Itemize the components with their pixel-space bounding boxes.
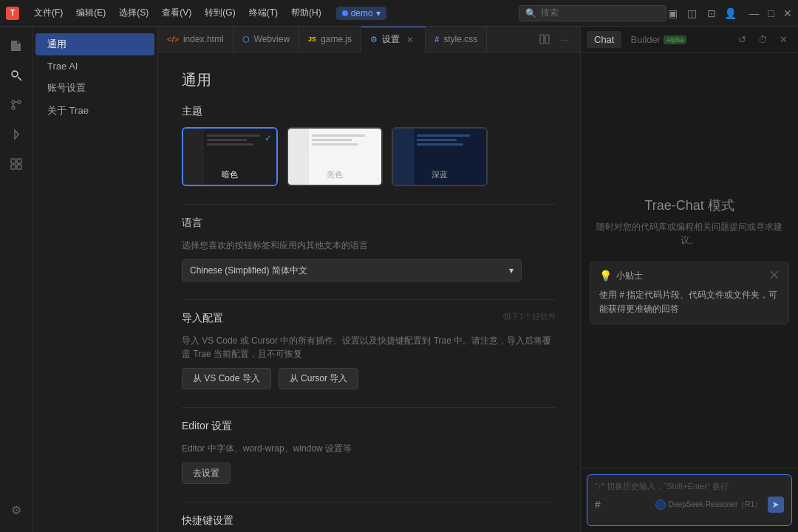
menu-select[interactable]: 选择(S): [113, 5, 154, 21]
svg-point-0: [12, 71, 18, 77]
language-description: 选择您喜欢的按钮标签和应用内其他文本的语言: [182, 239, 556, 252]
maximize-button[interactable]: □: [768, 7, 774, 19]
svg-rect-9: [540, 35, 544, 44]
activity-debug[interactable]: [3, 121, 30, 148]
language-label: 语言: [182, 216, 556, 230]
chat-mode-title: Trae-Chat 模式: [644, 197, 734, 214]
send-button[interactable]: [768, 497, 784, 513]
chat-tab-builder[interactable]: Builder Alpha: [624, 31, 692, 48]
menu-help[interactable]: 帮助(H): [285, 5, 327, 21]
menu-edit[interactable]: 编辑(E): [70, 5, 112, 21]
menu-goto[interactable]: 转到(G): [199, 5, 241, 21]
activity-files[interactable]: [3, 33, 30, 59]
activity-search[interactable]: [3, 62, 30, 89]
sidebar-item-trae-ai-label: Trae AI: [47, 61, 78, 72]
svg-rect-10: [545, 35, 549, 44]
minimize-button[interactable]: —: [749, 7, 760, 19]
tab-webview-label: Webview: [254, 34, 290, 44]
theme-line: [417, 134, 470, 137]
menu-terminal[interactable]: 终端(T): [243, 5, 284, 21]
tab-style-css-icon: #: [434, 35, 439, 44]
chat-mode-subtitle-text: 模式: [708, 198, 734, 213]
theme-line: [312, 139, 352, 141]
tab-style-css-label: style.css: [443, 34, 477, 44]
tab-game-js-label: game.js: [321, 34, 352, 44]
tip-text: 使用 # 指定代码片段、代码文件或文件夹，可能获得更准确的回答: [599, 288, 780, 316]
tab-index-html[interactable]: </> index.html: [158, 27, 233, 52]
sidebar-item-general-label: 通用: [47, 38, 66, 50]
theme-card-light[interactable]: 亮色: [287, 127, 383, 186]
activity-settings[interactable]: ⚙: [3, 497, 30, 523]
tab-style-css[interactable]: # style.css: [426, 27, 487, 52]
layout-toggle-2[interactable]: ◫: [686, 7, 699, 20]
chat-input-box[interactable]: "↑" 切换历史输入，"Shift+Enter" 换行 # DeepSeek-R…: [587, 474, 792, 526]
theme-card-dark[interactable]: ✓ 暗色: [182, 127, 278, 186]
tip-bullet-icon: 💡: [599, 270, 612, 282]
chat-input-area: "↑" 切换历史输入，"Shift+Enter" 换行 # DeepSeek-R…: [581, 468, 798, 532]
language-current: Chinese (Simplified) 简体中文: [190, 265, 307, 277]
sidebar-item-trae-ai[interactable]: Trae AI: [35, 56, 154, 76]
svg-rect-7: [11, 165, 16, 169]
theme-card-light-lines: [312, 134, 378, 148]
theme-card-light-label: 亮色: [288, 169, 381, 180]
activity-extensions[interactable]: [3, 151, 30, 177]
divider-3: [182, 407, 556, 408]
import-vscode-button[interactable]: 从 VS Code 导入: [182, 368, 271, 389]
tab-webview[interactable]: ⬡ Webview: [233, 27, 299, 52]
chat-input-actions: DeepSeek-Reasoner（R1）: [655, 497, 784, 513]
tab-index-html-label: index.html: [183, 34, 224, 44]
editor-section: Editor 设置 Editor 中字体、word-wrap、window 设置…: [182, 420, 556, 484]
search-bar[interactable]: 🔍 搜索: [519, 5, 666, 21]
tab-settings-label: 设置: [382, 33, 400, 46]
chat-mode-title-main: Trae-Chat: [644, 198, 703, 213]
svg-line-1: [18, 77, 21, 81]
settings-content: 通用 主题 ✓: [158, 52, 580, 532]
import-watermark: ⑩下1个好软件: [503, 311, 556, 322]
chat-history-button[interactable]: ⏱: [754, 31, 771, 49]
sidebar-item-about[interactable]: 关于 Trae: [35, 100, 154, 122]
chat-input-hint: "↑" 切换历史输入，"Shift+Enter" 换行: [595, 481, 784, 492]
tip-close-button[interactable]: [769, 270, 780, 282]
deepseek-badge[interactable]: DeepSeek-Reasoner（R1）: [655, 499, 762, 510]
menu-view[interactable]: 查看(V): [156, 5, 197, 21]
tab-game-js[interactable]: JS game.js: [299, 27, 361, 52]
theme-card-deepblue-label: 深蓝: [393, 169, 486, 180]
chat-panel: Chat Builder Alpha ↺ ⏱ ✕ Trae-Chat 模式 随时…: [580, 27, 798, 532]
tab-webview-icon: ⬡: [242, 35, 250, 44]
user-icon[interactable]: 👤: [724, 7, 737, 20]
theme-cards: ✓ 暗色 亮色: [182, 127, 556, 186]
more-tabs-button[interactable]: ···: [556, 30, 574, 48]
theme-card-dark-lines: [207, 134, 273, 148]
svg-point-3: [18, 100, 21, 103]
svg-point-2: [12, 100, 15, 103]
layout-toggle-1[interactable]: ▣: [666, 7, 680, 20]
language-dropdown[interactable]: Chinese (Simplified) 简体中文 ▾: [182, 259, 522, 282]
theme-line: [207, 139, 247, 141]
import-cursor-button[interactable]: 从 Cursor 导入: [279, 368, 359, 389]
sidebar: 通用 Trae AI 账号设置 关于 Trae: [33, 27, 158, 532]
theme-line: [312, 134, 365, 137]
chat-close-button[interactable]: ✕: [774, 31, 792, 49]
menu-file[interactable]: 文件(F): [28, 5, 69, 21]
chat-tab-chat[interactable]: Chat: [587, 31, 621, 48]
split-editor-button[interactable]: [536, 30, 553, 48]
theme-card-deepblue[interactable]: 深蓝: [392, 127, 488, 186]
window-controls: — □ ✕: [749, 7, 792, 19]
layout-toggle-3[interactable]: ⊡: [705, 7, 718, 20]
sidebar-item-account[interactable]: 账号设置: [35, 77, 154, 99]
tab-settings-close[interactable]: ✕: [404, 34, 416, 46]
hotkey-section: 快捷键设置 对 IDE 中的各个操作的快捷键进行自定义设置 去设置: [182, 514, 556, 532]
demo-badge[interactable]: demo ▾: [336, 7, 386, 20]
chat-refresh-button[interactable]: ↺: [733, 31, 751, 49]
main-container: ⚙ 通用 Trae AI 账号设置 关于 Trae </> index.html…: [0, 27, 798, 532]
import-description: 导入 VS Code 或 Cursor 中的所有插件、设置以及快捷键配置到 Tr…: [182, 334, 556, 361]
editor-settings-button[interactable]: 去设置: [182, 463, 231, 484]
activity-git[interactable]: [3, 92, 30, 118]
tab-bar: </> index.html ⬡ Webview JS game.js ⚙ 设置…: [158, 27, 580, 52]
activity-bar: ⚙: [0, 27, 33, 532]
theme-line: [417, 143, 463, 146]
close-button[interactable]: ✕: [783, 7, 792, 19]
sidebar-item-general[interactable]: 通用: [35, 33, 154, 55]
tab-settings[interactable]: ⚙ 设置 ✕: [361, 27, 426, 52]
tab-game-js-icon: JS: [308, 35, 316, 43]
